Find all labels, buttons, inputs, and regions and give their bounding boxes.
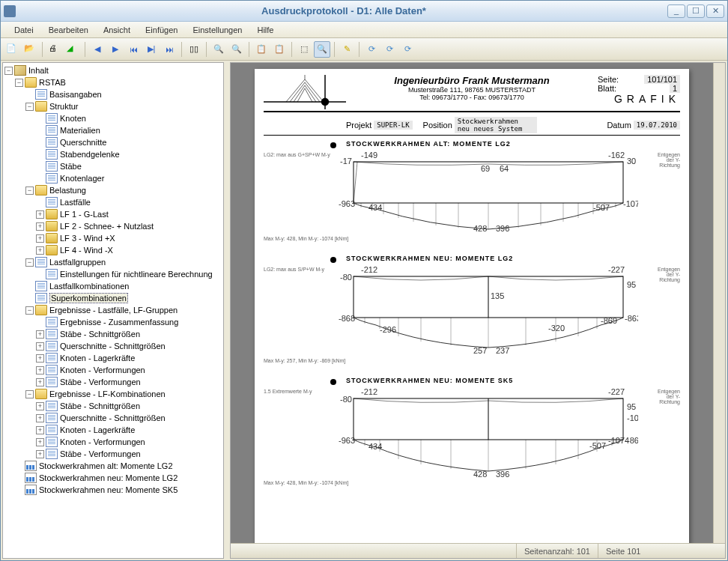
doc2-button[interactable]: 📋	[271, 41, 288, 58]
menu-einstellungen[interactable]: Einstellungen	[185, 24, 249, 36]
tree-stsch[interactable]: +Stäbe - Schnittgrößen	[4, 328, 222, 340]
new-button[interactable]: 📄	[4, 41, 20, 58]
preview-scroll[interactable]: Ingenieurbüro Frank Mustermann Musterstr…	[231, 63, 713, 543]
expand-icon[interactable]: +	[36, 246, 44, 255]
doc-icon	[46, 353, 58, 363]
export-button[interactable]: ◢	[64, 41, 81, 58]
expand-icon[interactable]: +	[36, 414, 44, 422]
expand-icon[interactable]: +	[36, 222, 44, 231]
menu-hilfe[interactable]: Hilfe	[249, 24, 281, 36]
tree-qsch[interactable]: +Querschnitte - Schnittgrößen	[4, 340, 222, 352]
tree-knotenlager[interactable]: Knotenlager	[4, 172, 222, 184]
collapse-icon[interactable]: −	[25, 103, 34, 111]
tree-graph2[interactable]: Stockwerkrahmen neu: Momente LG2	[4, 472, 222, 484]
tree-stabendgelenke[interactable]: Stabendgelenke	[4, 148, 222, 160]
zoomin-button[interactable]: 🔍	[228, 41, 245, 58]
tree-lastfaelle[interactable]: Lastfälle	[4, 196, 222, 208]
navigator-tree[interactable]: −Inhalt −RSTAB Basisangaben −Struktur Kn…	[2, 62, 224, 559]
tree-lf2[interactable]: +LF 2 - Schnee- + Nutzlast	[4, 220, 222, 232]
expand-icon[interactable]: +	[36, 342, 44, 351]
doc-icon	[46, 329, 58, 339]
refresh3-button[interactable]: ⟳	[399, 41, 416, 58]
menu-bearbeiten[interactable]: Bearbeiten	[41, 24, 96, 36]
splitter[interactable]	[225, 61, 228, 560]
menu-ansicht[interactable]: Ansicht	[96, 24, 138, 36]
collapse-icon[interactable]: −	[25, 390, 34, 398]
tree-lf3[interactable]: +LF 3 - Wind +X	[4, 232, 222, 244]
tree-lf1[interactable]: +LF 1 - G-Last	[4, 208, 222, 220]
tree-querschnitte[interactable]: Querschnitte	[4, 136, 222, 148]
close-button[interactable]: ✕	[706, 4, 724, 18]
tree-stverf[interactable]: +Stäbe - Verformungen	[4, 376, 222, 388]
tree-lf4[interactable]: +LF 4 - Wind -X	[4, 244, 222, 256]
expand-icon[interactable]: +	[36, 426, 44, 434]
menu-datei[interactable]: Datei	[7, 24, 41, 36]
expand-icon[interactable]: +	[36, 354, 44, 363]
zoom-tool-button[interactable]: 🔍	[314, 41, 330, 58]
svg-text:-162: -162	[608, 151, 625, 160]
tree-knlag2[interactable]: +Knoten - Lagerkräfte	[4, 424, 222, 436]
tree-knverf[interactable]: +Knoten - Verformungen	[4, 364, 222, 376]
doc1-button[interactable]: 📋	[253, 41, 270, 58]
doc-icon	[46, 317, 58, 327]
twopages-button[interactable]: ▯▯	[186, 41, 202, 58]
tree-knverf2[interactable]: +Knoten - Verformungen	[4, 436, 222, 448]
expand-icon[interactable]: +	[36, 378, 44, 386]
tree-struktur[interactable]: −Struktur	[4, 100, 222, 112]
tree-erg2[interactable]: −Ergebnisse - LF-Kombinationen	[4, 388, 222, 400]
expand-icon[interactable]: +	[36, 450, 44, 458]
nav-next-button[interactable]: ▶|	[143, 41, 160, 58]
tree-stverf2[interactable]: +Stäbe - Verformungen	[4, 448, 222, 460]
edit-button[interactable]: ✎	[339, 41, 355, 58]
refresh2-button[interactable]: ⟳	[381, 41, 398, 58]
minimize-button[interactable]: _	[667, 4, 685, 18]
tree-materialien[interactable]: Materialien	[4, 124, 222, 136]
collapse-icon[interactable]: −	[15, 79, 23, 87]
tree-basisangaben[interactable]: Basisangaben	[4, 88, 222, 100]
tree-stsch2[interactable]: +Stäbe - Schnittgrößen	[4, 400, 222, 412]
tree-ergzus[interactable]: Ergebnisse - Zusammenfassung	[4, 316, 222, 328]
tree-root[interactable]: −Inhalt	[4, 64, 222, 76]
pencil-icon: ✎	[344, 44, 351, 54]
tree-graph1[interactable]: Stockwerkrahmen alt: Momente LG2	[4, 460, 222, 472]
nav-first-button[interactable]: ◀	[89, 41, 106, 58]
doc-icon	[46, 269, 58, 279]
expand-icon[interactable]: +	[36, 234, 44, 243]
select-button[interactable]: ⬚	[296, 41, 312, 58]
expand-icon[interactable]: +	[36, 402, 44, 410]
nav-prev-button[interactable]: ▶	[107, 41, 124, 58]
nav-prevfast-button[interactable]: ⏮	[125, 41, 142, 58]
tree-rstab[interactable]: −RSTAB	[4, 76, 222, 88]
doc-icon	[35, 257, 47, 267]
zoomout-button[interactable]: 🔍	[210, 41, 227, 58]
nav-last-button[interactable]: ⏭	[161, 41, 178, 58]
expand-icon[interactable]: +	[36, 330, 44, 339]
tree-belastung[interactable]: −Belastung	[4, 184, 222, 196]
tree-qsch2[interactable]: +Querschnitte - Schnittgrößen	[4, 412, 222, 424]
maximize-button[interactable]: ☐	[687, 4, 705, 18]
tree-graph3[interactable]: Stockwerkrahmen neu: Momente SK5	[4, 484, 222, 496]
open-button[interactable]: 📂	[22, 41, 38, 58]
collapse-icon[interactable]: −	[25, 258, 34, 267]
collapse-icon[interactable]: −	[25, 187, 34, 195]
datum-value: 19.07.2010	[634, 121, 680, 130]
vertical-scrollbar[interactable]	[713, 63, 725, 543]
moment-diagram-3: -212-80-22795-107 -963434428396-507-1074…	[339, 387, 638, 477]
expand-icon[interactable]: +	[36, 366, 44, 374]
print-page: Ingenieurbüro Frank Mustermann Musterstr…	[255, 69, 689, 543]
tree-lfkomb[interactable]: Lastfallkombinationen	[4, 280, 222, 292]
collapse-icon[interactable]: −	[25, 306, 34, 315]
tree-lfgruppen[interactable]: −Lastfallgruppen	[4, 256, 222, 268]
tree-staebe[interactable]: Stäbe	[4, 160, 222, 172]
tree-knlag[interactable]: +Knoten - Lagerkräfte	[4, 352, 222, 364]
tree-superkombinationen[interactable]: Superkombinationen	[4, 292, 222, 304]
tree-knoten[interactable]: Knoten	[4, 112, 222, 124]
collapse-icon[interactable]: −	[4, 67, 13, 75]
tree-erg1[interactable]: −Ergebnisse - Lastfälle, LF-Gruppen	[4, 304, 222, 316]
refresh1-button[interactable]: ⟳	[363, 41, 380, 58]
menu-einfuegen[interactable]: Einfügen	[138, 24, 185, 36]
print-button[interactable]: 🖨	[46, 41, 63, 58]
expand-icon[interactable]: +	[36, 438, 44, 446]
expand-icon[interactable]: +	[36, 210, 44, 219]
tree-lfgeinst[interactable]: Einstellungen für nichtlineare Berechnun…	[4, 268, 222, 280]
